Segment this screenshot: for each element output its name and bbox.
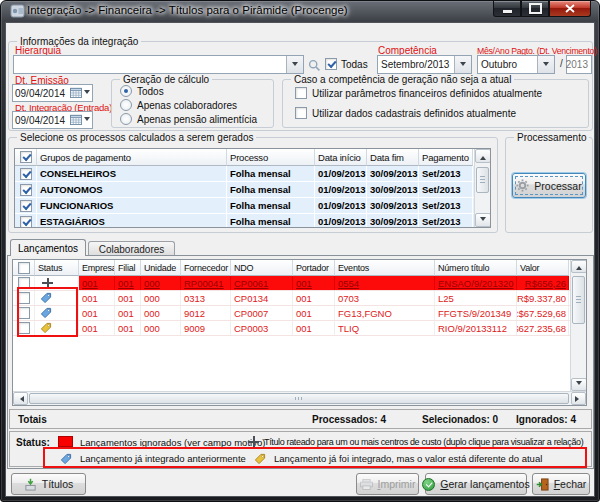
radio-apenas-pensao[interactable]: Apenas pensão alimentícia (120, 113, 257, 125)
checkbox-icon[interactable] (20, 168, 32, 180)
lancamento-row-ignorado[interactable]: 001 001 000 RP00041 CP0061 001 0554 ENSA… (13, 276, 586, 291)
hierarquia-combobox[interactable] (13, 55, 304, 74)
lancamentos-horizontal-scrollbar[interactable] (13, 391, 586, 405)
col-grupos[interactable]: Grupos de pagamento (37, 149, 227, 166)
titlebar[interactable]: Integração -> Financeira -> Títulos para… (1, 1, 599, 22)
scroll-thumb[interactable] (29, 393, 569, 404)
scroll-right-arrow[interactable] (571, 392, 586, 405)
row-checkbox-cell (13, 276, 35, 290)
lancamentos-grid-header: Status Empresa Filial Unidade Fornecedor… (13, 260, 586, 276)
selecionados-value: 0 (493, 414, 499, 425)
col-valor[interactable]: Valor (517, 260, 569, 276)
scroll-down-arrow[interactable] (475, 213, 491, 227)
calendar-icon[interactable] (70, 114, 82, 127)
cell-numero-titulo: RIO/9/20133112 (435, 321, 517, 335)
checkbox-parametros-financeiros[interactable]: Utilizar parâmetros financeiros definido… (295, 87, 542, 99)
scroll-thumb[interactable] (572, 276, 585, 324)
header-select-all[interactable] (13, 260, 35, 276)
todas-checkbox[interactable] (325, 58, 337, 70)
close-button[interactable] (549, 1, 591, 17)
col-unidade[interactable]: Unidade (141, 260, 181, 276)
legend-status-label: Status: (16, 437, 50, 448)
checkbox-icon[interactable] (18, 322, 30, 334)
checkbox-icon[interactable] (18, 262, 30, 274)
radio-todos[interactable]: Todos (120, 85, 164, 97)
checkbox-icon[interactable] (18, 292, 30, 304)
checkbox-icon[interactable] (295, 87, 307, 99)
checkbox-icon[interactable] (295, 107, 307, 119)
status-cell (35, 306, 79, 320)
col-eventos[interactable]: Eventos (335, 260, 435, 276)
titulos-button[interactable]: Títulos (11, 473, 86, 495)
checkbox-icon[interactable] (18, 307, 30, 319)
processar-button[interactable]: Processar (512, 173, 586, 198)
radio-apenas-colaboradores[interactable]: Apenas colaboradores (120, 99, 237, 111)
checkbox-icon[interactable] (18, 277, 30, 289)
col-processo[interactable]: Processo (227, 149, 315, 166)
lancamento-row[interactable]: 001 001 000 9009 CP0003 001 TLIQ RIO/9/2… (13, 321, 586, 336)
chevron-down-icon[interactable] (286, 56, 303, 73)
minimize-icon (503, 10, 512, 13)
calendar-icon[interactable] (70, 87, 82, 100)
col-data-fim[interactable]: Data fim (367, 149, 419, 166)
dt-integracao-field[interactable]: 09/04/2014 (12, 111, 93, 129)
processos-vertical-scrollbar[interactable] (474, 149, 490, 227)
scroll-up-arrow[interactable] (571, 260, 587, 273)
col-filial[interactable]: Filial (115, 260, 141, 276)
dt-emissao-field[interactable]: 09/04/2014 (12, 84, 93, 102)
col-fornecedor[interactable]: Fornecedor (181, 260, 231, 276)
process-row[interactable]: AUTONOMOS Folha mensal 01/09/2013 30/09/… (15, 182, 490, 198)
checkbox-icon[interactable] (20, 200, 32, 212)
lancamentos-vertical-scrollbar[interactable] (570, 260, 586, 391)
header-select-all[interactable] (15, 149, 37, 166)
ignorados-total: Ignorados: 4 (516, 414, 576, 425)
process-row[interactable]: CONSELHEIROS Folha mensal 01/09/2013 30/… (15, 166, 490, 182)
maximize-button[interactable] (521, 1, 549, 17)
checkbox-icon[interactable] (20, 151, 32, 163)
chevron-down-icon[interactable] (84, 90, 90, 97)
scroll-up-arrow[interactable] (475, 149, 491, 163)
col-pagamento[interactable]: Pagamento (419, 149, 473, 166)
radio-icon[interactable] (120, 113, 132, 125)
col-numero-titulo[interactable]: Número título (435, 260, 517, 276)
cell-pagamento: Set/2013 (419, 166, 473, 181)
checkbox-icon[interactable] (20, 184, 32, 196)
col-portador[interactable]: Portador (293, 260, 335, 276)
process-row[interactable]: ESTAGIÁRIOS Folha mensal 01/09/2013 30/0… (15, 214, 490, 228)
competencia-combobox[interactable]: Setembro/2013 (377, 55, 472, 74)
cell-inicio: 01/09/2013 (315, 198, 367, 213)
checkbox-dados-cadastrais[interactable]: Utilizar dados cadastrais definidos atua… (295, 107, 516, 119)
radio-icon[interactable] (120, 85, 132, 97)
process-row[interactable]: FUNCIONARIOS Folha mensal 01/09/2013 30/… (15, 198, 490, 214)
mes-combobox[interactable]: Outubro (477, 55, 555, 74)
ano-input[interactable]: 2013 (566, 55, 592, 74)
processos-grid-header: Grupos de pagamento Processo Data início… (15, 149, 490, 166)
lancamento-row[interactable]: 001 001 000 9012 CP0007 001 FG13,FGNO FF… (13, 306, 586, 321)
cell-filial: 001 (115, 276, 141, 290)
chevron-down-icon[interactable] (537, 56, 554, 73)
minimize-button[interactable] (493, 1, 521, 17)
scroll-down-arrow[interactable] (571, 378, 587, 391)
tab-lancamentos[interactable]: Lançamentos (10, 239, 86, 256)
competencia-value: Setembro/2013 (378, 59, 454, 70)
legend-ignorados-text: Lançamentos ignorados (ver campo motivo) (80, 437, 265, 448)
checkbox-icon[interactable] (20, 216, 32, 228)
totals-bar: Totais Processados: 4 Selecionados: 0 Ig… (9, 409, 592, 429)
col-ndo[interactable]: NDO (231, 260, 293, 276)
col-data-inicio[interactable]: Data início (315, 149, 367, 166)
lancamento-row[interactable]: 001 001 000 0313 CP0134 001 0703 L25 R$9… (13, 291, 586, 306)
checkbox-parametros-financeiros-label: Utilizar parâmetros financeiros definido… (312, 88, 542, 99)
col-empresa[interactable]: Empresa (79, 260, 115, 276)
tab-colaboradores[interactable]: Colaboradores (88, 241, 175, 256)
cell-unidade: 000 (141, 321, 181, 335)
gerar-lancamentos-button[interactable]: Gerar lançamentos (425, 473, 527, 495)
fechar-button[interactable]: Fechar (532, 473, 590, 495)
chevron-down-icon[interactable] (84, 117, 90, 124)
col-status[interactable]: Status (35, 260, 79, 276)
radio-icon[interactable] (120, 99, 132, 111)
imprimir-button[interactable]: Imprimir (356, 473, 419, 495)
scroll-left-arrow[interactable] (13, 392, 28, 405)
chevron-down-icon[interactable] (454, 56, 471, 73)
scroll-thumb[interactable] (476, 167, 489, 193)
row-checkbox-cell (15, 198, 37, 213)
